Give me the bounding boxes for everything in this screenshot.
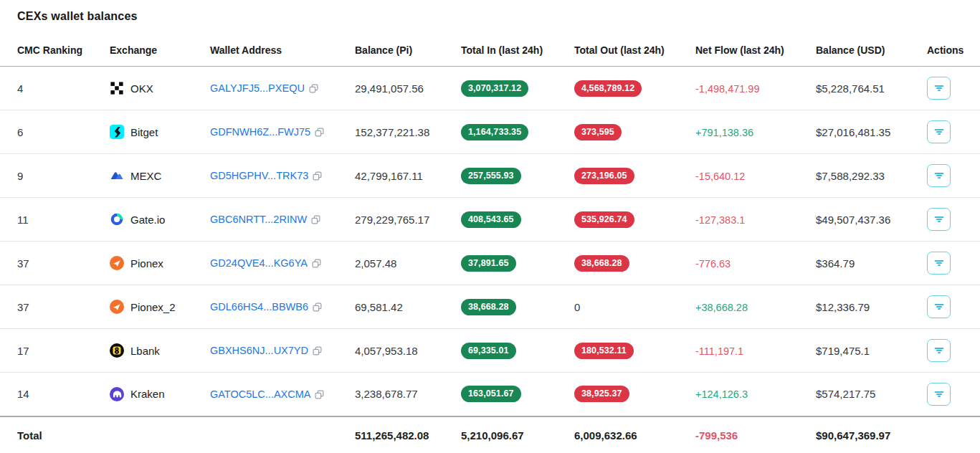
total-in-badge: 37,891.65: [461, 255, 516, 272]
balance-usd-value: $12,336.79: [810, 285, 921, 329]
cex-wallet-balances-panel: CEXs wallet balances CMC Ranking Exchang…: [0, 0, 980, 453]
filter-action-button[interactable]: [927, 295, 951, 318]
filter-action-button[interactable]: [927, 120, 951, 143]
table-row: 37 Pionex_2 GDL66HS4...BBWB6 69,581.42 3…: [0, 285, 980, 329]
wallet-address-link[interactable]: GBXHS6NJ...UX7YD: [210, 345, 308, 356]
exchange-name: OKX: [130, 82, 153, 95]
exchange-logo-icon: [110, 212, 124, 226]
column-header-wallet-address: Wallet Address: [204, 36, 349, 67]
exchange-logo-icon: [110, 387, 124, 401]
exchange-cell: Gate.io: [104, 198, 204, 242]
column-header-exchange: Exchange: [104, 36, 204, 67]
exchange-name: Pionex: [130, 257, 163, 270]
page-title: CEXs wallet balances: [0, 9, 980, 24]
total-balance-usd: $90,647,369.97: [810, 416, 921, 453]
total-in-badge: 257,555.93: [461, 168, 521, 184]
column-header-balance-usd: Balance (USD): [810, 36, 921, 67]
column-header-actions: Actions: [921, 36, 980, 67]
total-out-badge: 273,196.05: [574, 168, 634, 184]
balance-usd-value: $49,507,437.36: [810, 198, 921, 242]
copy-icon[interactable]: [315, 390, 324, 399]
total-in-badge: 69,335.01: [461, 343, 516, 359]
balance-pi-value: 279,229,765.17: [349, 198, 455, 242]
balance-pi-value: 29,491,057.56: [349, 67, 455, 110]
net-flow-value: +38,668.28: [695, 302, 748, 313]
column-header-balance-pi: Balance (Pi): [349, 36, 455, 67]
total-out-badge: 0: [574, 301, 580, 313]
column-header-cmc-ranking: CMC Ranking: [0, 36, 104, 67]
copy-icon[interactable]: [315, 128, 324, 137]
filter-action-button[interactable]: [927, 252, 951, 275]
table-row: 6 Bitget GDFNWH6Z...FWJ75 152,377,221.38…: [0, 110, 980, 154]
total-out: 6,009,632.66: [569, 416, 690, 453]
wallet-address-link[interactable]: GALYJFJ5...PXEQU: [210, 82, 305, 94]
exchange-cell: MEXC: [104, 154, 204, 198]
net-flow-value: -1,498,471.99: [695, 83, 760, 95]
exchange-name: Pionex_2: [130, 301, 176, 313]
cmc-ranking-value: 11: [0, 198, 104, 242]
cmc-ranking-value: 6: [0, 110, 104, 154]
net-flow-value: +124,126.3: [695, 388, 748, 400]
copy-icon[interactable]: [313, 171, 322, 181]
exchange-logo-icon: [110, 168, 124, 183]
balance-usd-value: $7,588,292.33: [810, 154, 921, 198]
exchange-logo-icon: [110, 256, 124, 270]
wallet-address-link[interactable]: GDL66HS4...BBWB6: [210, 301, 308, 313]
balance-pi-value: 42,799,167.11: [349, 154, 455, 198]
filter-action-button[interactable]: [927, 164, 951, 187]
table-header-row: CMC Ranking Exchange Wallet Address Bala…: [0, 36, 980, 67]
filter-action-button[interactable]: [927, 383, 951, 406]
table-row: 4 OKX GALYJFJ5...PXEQU 29,491,057.56 3,0…: [0, 67, 980, 110]
exchange-cell: Kraken: [104, 373, 204, 416]
wallet-address-cell: GD5HGPHV...TRK73: [204, 154, 349, 198]
total-out-badge: 38,668.28: [574, 255, 629, 272]
wallet-address-link[interactable]: GD24QVE4...KG6YA: [210, 257, 308, 269]
filter-action-button[interactable]: [927, 339, 951, 362]
wallet-address-link[interactable]: GBC6NRTT...2RINW: [210, 214, 307, 225]
column-header-total-in: Total In (last 24h): [455, 36, 569, 67]
exchange-name: Bitget: [130, 126, 158, 138]
total-out-badge: 535,926.74: [574, 211, 634, 228]
net-flow-value: -111,197.1: [695, 345, 743, 357]
balance-usd-value: $364.79: [810, 242, 921, 285]
table-row: 11 Gate.io GBC6NRTT...2RINW 279,229,765.…: [0, 198, 980, 242]
balance-pi-value: 2,057.48: [349, 242, 455, 285]
wallet-address-cell: GATOC5LC...AXCMA: [204, 373, 349, 416]
balance-pi-value: 69,581.42: [349, 285, 455, 329]
copy-icon[interactable]: [312, 259, 321, 268]
balance-usd-value: $719,475.1: [810, 329, 921, 373]
copy-icon[interactable]: [309, 84, 318, 93]
wallet-balances-table: CMC Ranking Exchange Wallet Address Bala…: [0, 36, 980, 453]
exchange-logo-icon: [110, 125, 124, 139]
copy-icon[interactable]: [313, 346, 322, 356]
exchange-cell: Pionex_2: [104, 285, 204, 329]
wallet-address-link[interactable]: GDFNWH6Z...FWJ75: [210, 126, 310, 138]
wallet-address-cell: GDL66HS4...BBWB6: [204, 285, 349, 329]
table-row: 37 Pionex GD24QVE4...KG6YA 2,057.48 37,8…: [0, 242, 980, 285]
wallet-address-cell: GDFNWH6Z...FWJ75: [204, 110, 349, 154]
wallet-address-cell: GALYJFJ5...PXEQU: [204, 67, 349, 110]
exchange-name: Kraken: [130, 388, 165, 400]
filter-action-button[interactable]: [927, 77, 951, 100]
net-flow-value: -127,383.1: [695, 214, 745, 226]
wallet-address-cell: GD24QVE4...KG6YA: [204, 242, 349, 285]
exchange-logo-icon: [110, 81, 124, 95]
table-row: 9 MEXC GD5HGPHV...TRK73 42,799,167.11 25…: [0, 154, 980, 198]
wallet-address-link[interactable]: GD5HGPHV...TRK73: [210, 170, 308, 181]
exchange-logo-icon: [110, 300, 124, 314]
wallet-address-cell: GBXHS6NJ...UX7YD: [204, 329, 349, 373]
filter-action-button[interactable]: [927, 208, 951, 231]
cmc-ranking-value: 9: [0, 154, 104, 198]
wallet-address-link[interactable]: GATOC5LC...AXCMA: [210, 388, 310, 400]
total-balance-pi: 511,265,482.08: [349, 416, 455, 453]
balance-usd-value: $5,228,764.51: [810, 67, 921, 110]
exchange-name: MEXC: [130, 170, 161, 182]
balance-usd-value: $27,016,481.35: [810, 110, 921, 154]
exchange-logo-icon: [110, 343, 124, 358]
table-row: 17 Lbank GBXHS6NJ...UX7YD 4,057,953.18 6…: [0, 329, 980, 373]
copy-icon[interactable]: [313, 302, 322, 312]
total-row: Total 511,265,482.08 5,210,096.67 6,009,…: [0, 416, 980, 453]
exchange-name: Gate.io: [130, 214, 165, 226]
total-in-badge: 1,164,733.35: [461, 124, 528, 140]
copy-icon[interactable]: [311, 215, 320, 224]
